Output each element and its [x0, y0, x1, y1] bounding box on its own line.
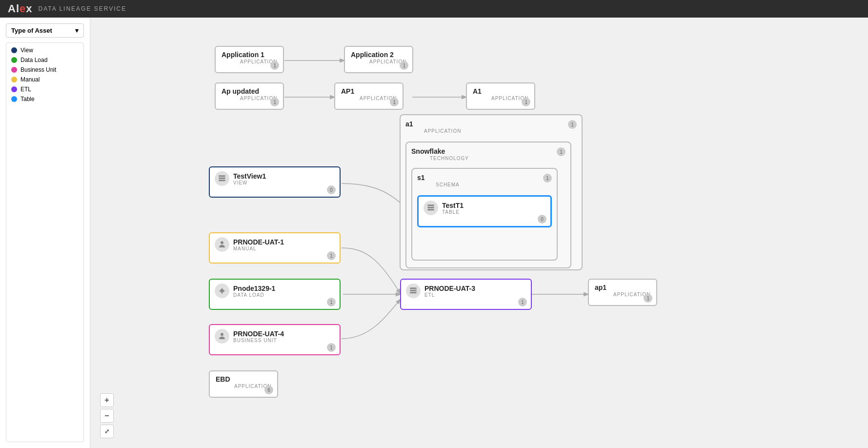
dataload-color — [11, 57, 17, 63]
s1-title: s1 — [417, 174, 552, 182]
testt1-text: TestT1 Table — [442, 202, 464, 215]
testview1-badge: 0 — [327, 185, 336, 194]
testt1-badge: 0 — [538, 215, 546, 224]
node-title: Application 2 — [351, 51, 406, 59]
testview1-node[interactable]: TestView1 View 0 — [209, 166, 341, 198]
manual-color — [11, 77, 17, 82]
legend-businessunit: Business Unit — [11, 66, 79, 73]
prnode-uat3-badge: 1 — [518, 298, 527, 306]
prnode-uat1-icon — [215, 237, 229, 252]
s1-container[interactable]: s1 SCHEMA 1 TestT1 Table 0 — [411, 168, 558, 261]
svg-point-16 — [221, 333, 223, 336]
node-title: Ap updated — [222, 87, 277, 95]
svg-point-12 — [220, 289, 224, 293]
header: Alex DATA LINEAGE SERVICE — [0, 0, 868, 18]
table-color — [11, 96, 17, 102]
prnode-uat1-node[interactable]: PRNODE-UAT-1 Manual 1 — [209, 232, 341, 264]
container-subtitle: APPLICATION — [424, 128, 577, 134]
node-badge: 1 — [390, 98, 399, 106]
svg-rect-14 — [410, 290, 417, 291]
node-title: A1 — [473, 87, 528, 95]
svg-point-11 — [221, 241, 223, 244]
node-badge: 1 — [270, 61, 279, 70]
zoom-controls: + − ⤢ — [100, 393, 114, 438]
prnode-uat3-title: PRNODE-UAT-3 — [424, 285, 475, 292]
testview1-title: TestView1 — [233, 172, 266, 180]
ap1-right-node[interactable]: ap1 APPLICATION 1 — [588, 279, 657, 306]
main-area: Type of Asset ▾ View Data Load Business … — [0, 18, 868, 448]
app-title: DATA LINEAGE SERVICE — [39, 5, 127, 12]
node-badge: 1 — [522, 98, 530, 106]
pnode1329-badge: 1 — [327, 298, 336, 306]
asset-type-dropdown[interactable]: Type of Asset ▾ — [6, 23, 84, 38]
dropdown-label: Type of Asset — [11, 27, 52, 34]
node-badge: 1 — [270, 98, 279, 106]
prnode-uat4-subtitle: Business Unit — [233, 338, 284, 343]
legend-label-table: Table — [20, 96, 35, 102]
zoom-out-button[interactable]: − — [100, 409, 114, 423]
etl-color — [11, 86, 17, 92]
svg-rect-15 — [410, 292, 417, 293]
ebd-node[interactable]: EBD APPLICATION 6 — [209, 370, 278, 398]
zoom-in-button[interactable]: + — [100, 393, 114, 407]
a1-container-node[interactable]: a1 APPLICATION 1 Snowflake TECHNOLOGY 1 … — [400, 114, 583, 270]
prnode-uat4-icon — [215, 329, 229, 344]
testt1-subtitle: Table — [442, 209, 464, 215]
view-color — [11, 47, 17, 53]
pnode1329-node[interactable]: Pnode1329-1 Data Load 1 — [209, 279, 341, 310]
svg-rect-7 — [427, 209, 434, 210]
prnode-uat4-badge: 1 — [327, 343, 336, 352]
prnode-uat3-subtitle: ETL — [424, 292, 475, 298]
prnode-uat1-text: PRNODE-UAT-1 Manual — [233, 238, 284, 251]
s1-subtitle: SCHEMA — [436, 182, 552, 187]
svg-rect-8 — [219, 175, 225, 177]
node-badge: 1 — [400, 61, 408, 70]
prnode-uat4-text: PRNODE-UAT-4 Business Unit — [233, 330, 284, 343]
container-badge: 1 — [568, 120, 577, 129]
pnode1329-title: Pnode1329-1 — [233, 285, 275, 292]
legend-box: View Data Load Business Unit Manual ETL … — [6, 42, 84, 442]
container-title: a1 — [405, 120, 577, 128]
legend-label-manual: Manual — [20, 76, 40, 83]
snowflake-badge: 1 — [557, 147, 565, 156]
logo: Alex — [8, 2, 33, 15]
legend-table: Table — [11, 96, 79, 102]
zoom-fit-button[interactable]: ⤢ — [100, 425, 114, 438]
application1-node[interactable]: Application 1 APPLICATION 1 — [215, 46, 284, 73]
pnode1329-icon — [215, 284, 229, 298]
svg-rect-13 — [410, 287, 417, 289]
svg-rect-6 — [427, 207, 434, 208]
testt1-icon — [424, 201, 438, 215]
node-badge: 1 — [644, 294, 652, 303]
prnode-uat3-node[interactable]: PRNODE-UAT-3 ETL 1 — [400, 279, 532, 310]
legend-label-etl: ETL — [20, 86, 31, 93]
canvas[interactable]: Application 1 APPLICATION 1 Application … — [90, 18, 868, 448]
ap1-node[interactable]: AP1 APPLICATION 1 — [334, 82, 404, 110]
node-badge: 6 — [264, 386, 273, 394]
legend-label-businessunit: Business Unit — [20, 66, 56, 73]
s1-badge: 1 — [543, 174, 552, 183]
prnode-uat1-subtitle: Manual — [233, 246, 284, 251]
svg-rect-5 — [427, 204, 434, 206]
testview1-icon — [215, 171, 229, 186]
svg-rect-10 — [219, 180, 225, 181]
prnode-uat3-text: PRNODE-UAT-3 ETL — [424, 285, 475, 298]
legend-label-view: View — [20, 47, 33, 54]
prnode-uat4-node[interactable]: PRNODE-UAT-4 Business Unit 1 — [209, 324, 341, 355]
testt1-title: TestT1 — [442, 202, 464, 209]
legend-etl: ETL — [11, 86, 79, 93]
businessunit-color — [11, 67, 17, 73]
node-title: AP1 — [341, 87, 397, 95]
node-title: Application 1 — [222, 51, 277, 59]
pnode1329-subtitle: Data Load — [233, 292, 275, 298]
testt1-node[interactable]: TestT1 Table 0 — [417, 195, 552, 227]
snowflake-title: Snowflake — [411, 147, 565, 155]
application2-node[interactable]: Application 2 APPLICATION 1 — [344, 46, 413, 73]
ap-updated-node[interactable]: Ap updated APPLICATION 1 — [215, 82, 284, 110]
snowflake-container[interactable]: Snowflake TECHNOLOGY 1 s1 SCHEMA 1 TestT… — [405, 142, 571, 268]
legend-manual: Manual — [11, 76, 79, 83]
legend-label-dataload: Data Load — [20, 57, 47, 63]
a1-node[interactable]: A1 APPLICATION 1 — [466, 82, 535, 110]
node-title: EBD — [216, 375, 271, 383]
svg-rect-9 — [219, 178, 225, 179]
